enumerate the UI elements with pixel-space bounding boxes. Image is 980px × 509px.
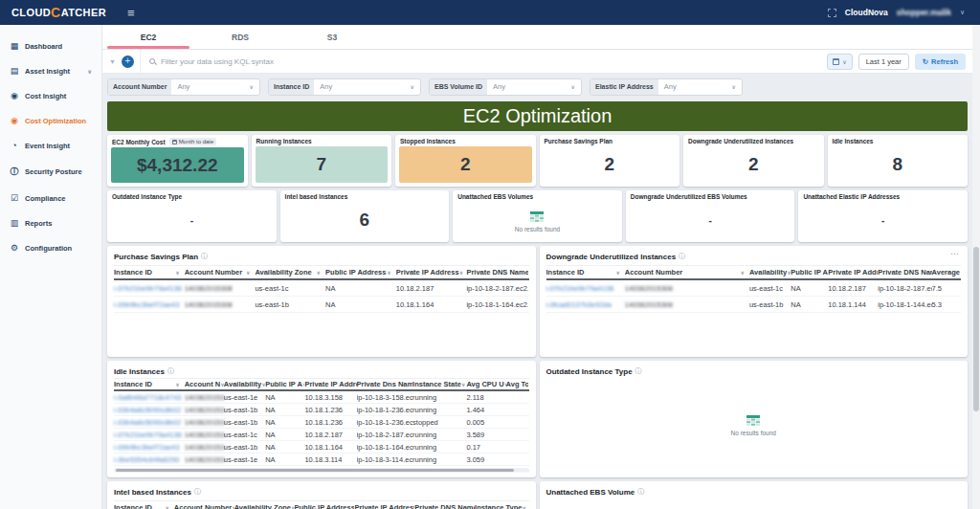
sort-chevron-icon[interactable]: ∨	[246, 270, 252, 276]
instance-link[interactable]: i-0a8b48a7718c4743	[114, 393, 185, 402]
filter-elastic-ip-address[interactable]: Elastic IP Address Any ∨	[590, 78, 743, 96]
column-header[interactable]: Private IP Address∨	[396, 268, 467, 277]
sort-chevron-icon[interactable]: ∨	[317, 270, 323, 276]
sidebar-item-configuration[interactable]: ⚙ Configuration	[0, 235, 101, 260]
date-picker-button[interactable]: ∨	[827, 54, 852, 70]
column-header[interactable]: Instance ID∨	[114, 380, 185, 388]
date-range-value[interactable]: Last 1 year	[858, 54, 909, 70]
main-content: EC2 RDS S3 ▼ + ∨ Last 1 year ↻ Refresh A…	[102, 25, 972, 509]
fullscreen-icon[interactable]	[828, 9, 836, 17]
table-cell: 10.18.1.236	[304, 406, 356, 414]
sort-chevron-icon[interactable]: ∨	[165, 505, 170, 509]
sort-chevron-icon[interactable]: ∨	[459, 270, 465, 276]
sort-chevron-icon[interactable]: ∨	[175, 382, 181, 387]
column-header[interactable]: Public IP A∨	[265, 380, 304, 388]
sidebar-item-cost-insight[interactable]: ◉ Cost Insight	[0, 83, 101, 108]
sidebar-item-asset-insight[interactable]: ▤ Asset Insight ∨	[0, 58, 101, 83]
column-header[interactable]: Private IP Address∨	[354, 503, 414, 509]
instance-link[interactable]: i-0fcad0137b3e92da	[546, 300, 625, 309]
instance-link[interactable]: i-0be5354c64fa8290	[114, 455, 185, 464]
column-header[interactable]: Private DNS Nam∨	[878, 268, 931, 277]
column-header[interactable]: Private Dns Name∨	[357, 380, 413, 388]
column-header[interactable]: Availability Zone∨	[255, 268, 325, 277]
chevron-down-icon[interactable]: ∨	[960, 9, 965, 16]
sidebar: ▦ Dashboard ▤ Asset Insight ∨ ◉ Cost Ins…	[0, 25, 102, 509]
table-header-row: Instance ID∨Account Number∨Availability …	[114, 500, 529, 509]
sort-chevron-icon[interactable]: ∨	[387, 270, 392, 276]
sidebar-item-reports[interactable]: ▥ Reports	[0, 210, 101, 235]
month-to-date-badge[interactable]: Month to date	[169, 138, 217, 145]
cloudcatcher-logo[interactable]: CLOUDCATCHER	[0, 5, 106, 20]
refresh-button[interactable]: ↻ Refresh	[915, 54, 966, 70]
instance-link[interactable]: i-09b9bc3bef72ae43	[114, 443, 185, 452]
sort-chevron-icon[interactable]: ∨	[615, 270, 621, 276]
tab-ec2[interactable]: EC2	[102, 25, 194, 49]
sidebar-item-event-insight[interactable]: ◔ Event Insight	[0, 133, 101, 158]
instance-link[interactable]: i-07b21be9b79a4136	[546, 284, 625, 293]
column-header[interactable]: Public IP Address∨	[295, 503, 355, 509]
info-icon[interactable]: ⓘ	[679, 252, 685, 261]
kql-search-input[interactable]	[161, 57, 821, 66]
info-icon[interactable]: ⓘ	[167, 366, 174, 376]
column-header[interactable]: Private IP Addr∨	[828, 268, 878, 277]
column-header[interactable]: Account Number∨	[185, 268, 256, 277]
sort-chevron-icon[interactable]: ∨	[175, 270, 181, 276]
table-cell: 3.589	[466, 431, 505, 439]
vertical-scrollbar[interactable]	[972, 25, 980, 509]
column-header[interactable]: Private DNS Name∨	[414, 503, 475, 509]
instance-link[interactable]: i-03b4a8c5090c8b02	[114, 418, 185, 427]
filter-funnel-icon[interactable]: ▼	[109, 58, 116, 65]
tab-rds[interactable]: RDS	[194, 25, 286, 49]
instance-link[interactable]: i-03b4a8c5090c8b02	[114, 406, 185, 414]
column-header[interactable]: Instance ID∨	[114, 268, 185, 277]
info-icon[interactable]: ⓘ	[637, 487, 644, 497]
more-options-icon[interactable]: ⋯	[950, 249, 960, 258]
column-header[interactable]: Account Number∨	[174, 503, 234, 509]
tab-s3[interactable]: S3	[286, 25, 378, 49]
column-header[interactable]: Availability∨	[749, 268, 791, 277]
instance-link[interactable]: i-09b9bc3bef72ae43	[114, 300, 185, 309]
filter-account-number[interactable]: Account Number Any ∨	[107, 78, 260, 96]
instance-link[interactable]: i-07b21be9b79a4136	[114, 431, 185, 439]
hamburger-menu-icon[interactable]: ≡	[127, 6, 135, 20]
user-menu[interactable]: shopper.malik	[897, 8, 951, 17]
info-icon[interactable]: ⓘ	[194, 487, 201, 497]
sort-chevron-icon[interactable]: ∨	[740, 270, 746, 276]
horizontal-scrollbar[interactable]	[114, 468, 529, 473]
info-icon[interactable]: ⓘ	[201, 252, 208, 261]
kpi-idle-instances: Idle Instances 8	[828, 135, 969, 187]
sidebar-item-cost-optimization[interactable]: ◉ Cost Optimization	[0, 108, 101, 133]
sidebar-item-security-posture[interactable]: ⓘ Security Posture	[0, 158, 101, 186]
table-cell: us-east-1b	[749, 300, 791, 309]
kpi-value: 8	[832, 146, 965, 183]
table-cell: ip-10-18-2-187.ec2.in	[357, 431, 413, 439]
filter-instance-id[interactable]: Instance ID Any ∨	[268, 78, 421, 96]
table-row: i-0fcad0137b3e92da140362015308us-east-1b…	[546, 297, 962, 313]
event-insight-icon: ◔	[10, 141, 19, 150]
column-header[interactable]: Public IP Address∨	[325, 268, 396, 277]
column-header[interactable]: Avg CPU U∨	[466, 380, 505, 388]
column-header[interactable]: Availability∨	[224, 380, 265, 388]
scrollbar-thumb[interactable]	[116, 469, 514, 472]
column-header[interactable]: Average o∨	[932, 268, 961, 277]
column-header[interactable]: Instance State∨	[412, 380, 466, 388]
column-header[interactable]: Instance ID∨	[114, 503, 174, 509]
column-header[interactable]: Private IP Addre∨	[304, 380, 356, 388]
info-icon[interactable]: ⓘ	[635, 366, 642, 376]
column-header[interactable]: Account Number∨	[625, 268, 749, 277]
add-filter-button[interactable]: +	[122, 55, 134, 68]
column-header[interactable]: Availability Zone∨	[234, 503, 295, 509]
scrollbar-thumb[interactable]	[973, 247, 979, 411]
column-header[interactable]: Account N∨	[185, 380, 224, 388]
column-header[interactable]: Instance ID∨	[546, 268, 625, 277]
sidebar-item-compliance[interactable]: ☑ Compliance	[0, 186, 101, 210]
column-header[interactable]: Instance Type∨	[475, 503, 528, 509]
sort-chevron-icon[interactable]: ∨	[523, 505, 528, 509]
instance-link[interactable]: i-07b21be9b79a4136	[114, 284, 185, 293]
column-header[interactable]: Private DNS Name∨	[466, 268, 528, 277]
table-cell: 1.464	[466, 406, 505, 414]
sidebar-item-dashboard[interactable]: ▦ Dashboard	[0, 33, 101, 58]
filter-ebs-volume-id[interactable]: EBS Volume ID Any ∨	[429, 78, 582, 96]
column-header[interactable]: Public IP A∨	[791, 268, 828, 277]
column-header[interactable]: Avg To∨	[506, 380, 529, 388]
